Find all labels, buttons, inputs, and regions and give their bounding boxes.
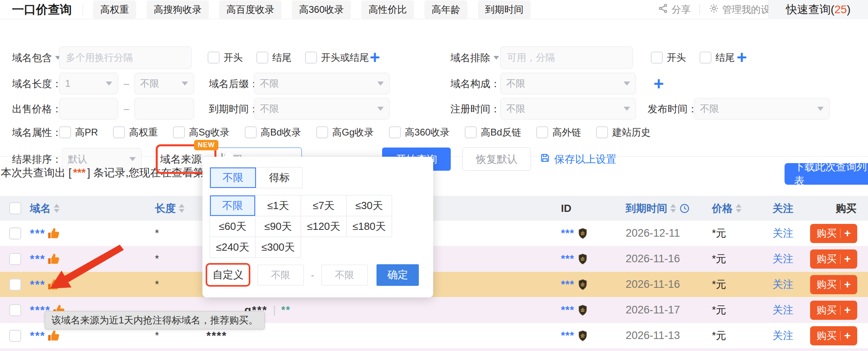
attribute-checkbox[interactable]: [316, 126, 328, 138]
source-time-option[interactable]: ≤7天: [301, 195, 347, 216]
buy-button[interactable]: 购买+: [810, 275, 857, 294]
domain-value[interactable]: ***: [30, 227, 46, 240]
domain-header[interactable]: 域名: [30, 201, 152, 215]
topbar-tab[interactable]: 高性价比: [361, 0, 414, 19]
price-header[interactable]: 价格: [701, 201, 753, 215]
topbar-tab[interactable]: 高年龄: [424, 0, 468, 19]
attribute-checkbox[interactable]: [389, 126, 401, 138]
sort-icon[interactable]: [736, 204, 741, 213]
composition-value: 不限: [506, 77, 525, 90]
length-header[interactable]: 长度: [152, 201, 202, 215]
price-from-input[interactable]: [59, 98, 118, 120]
sort-icon[interactable]: [54, 204, 59, 213]
source-time-option[interactable]: 不限: [210, 195, 256, 216]
source-time-option[interactable]: ≤180天: [347, 216, 392, 237]
include-checkbox[interactable]: [305, 52, 317, 64]
watch-link[interactable]: 关注: [773, 253, 793, 265]
expire-select[interactable]: 不限: [254, 98, 390, 120]
share-icon: [658, 3, 668, 16]
row-checkbox[interactable]: [9, 279, 21, 291]
sort-icon[interactable]: [670, 204, 676, 213]
buy-cell: 购买+: [801, 249, 868, 269]
exclude-add-button[interactable]: +: [737, 49, 747, 66]
buy-button[interactable]: 购买+: [810, 326, 857, 345]
domain-value[interactable]: ***: [30, 253, 46, 265]
buy-button[interactable]: 购买+: [810, 224, 857, 243]
source-time-option[interactable]: ≤90天: [256, 216, 301, 237]
source-type-option[interactable]: 得标: [256, 168, 303, 188]
include-input[interactable]: [59, 46, 192, 69]
save-settings-link[interactable]: 保存以上设置: [540, 148, 616, 171]
topbar-tab[interactable]: 高权重: [93, 0, 136, 19]
length-to-select[interactable]: 不限: [134, 73, 194, 94]
select-all-checkbox[interactable]: [9, 202, 21, 214]
composition-add-button[interactable]: +: [654, 75, 664, 93]
source-time-option[interactable]: ≤1天: [256, 195, 301, 216]
attribute-checkbox[interactable]: [113, 126, 125, 138]
row-checkbox[interactable]: [9, 227, 21, 239]
source-time-option[interactable]: ≤30天: [347, 195, 392, 216]
length-from-value: 1: [65, 78, 70, 89]
source-time-option[interactable]: ≤120天: [301, 216, 347, 237]
row-checkbox[interactable]: [9, 330, 21, 342]
include-label-wrap[interactable]: 域名包含: [12, 46, 61, 69]
exclude-label-wrap[interactable]: 域名排除: [450, 46, 499, 69]
watch-link[interactable]: 关注: [773, 278, 793, 290]
exclude-checkbox[interactable]: [700, 52, 711, 64]
domain-value[interactable]: ***: [30, 278, 46, 291]
composition-select[interactable]: 不限: [500, 73, 636, 94]
register-select[interactable]: 不限: [500, 98, 636, 120]
price-to-input[interactable]: [134, 98, 194, 120]
attribute-checkbox[interactable]: [173, 126, 185, 138]
length-from-select[interactable]: 1: [59, 73, 118, 94]
row-checkbox[interactable]: [9, 253, 21, 265]
svg-text:企: 企: [581, 307, 585, 312]
topbar-tab[interactable]: 高搜狗收录: [147, 0, 209, 19]
exclude-input[interactable]: [500, 46, 633, 69]
include-checkbox[interactable]: [256, 52, 268, 64]
include-add-button[interactable]: +: [370, 49, 380, 66]
source-time-option[interactable]: ≤300天: [256, 237, 301, 258]
expire-header[interactable]: 到期时间: [609, 201, 701, 215]
row-checkbox[interactable]: [9, 304, 21, 316]
topbar-tab[interactable]: 到期时间: [478, 0, 531, 19]
source-type-option[interactable]: 不限: [210, 168, 256, 188]
custom-from-input[interactable]: [258, 265, 304, 285]
buy-add-icon: +: [844, 329, 850, 342]
watch-link[interactable]: 关注: [773, 304, 793, 316]
clock-refresh-icon[interactable]: [679, 203, 690, 214]
attribute-checkbox[interactable]: [59, 126, 71, 138]
watch-link[interactable]: 关注: [773, 227, 793, 239]
buy-button[interactable]: 购买+: [810, 249, 857, 269]
source-time-option[interactable]: ≤60天: [210, 216, 256, 237]
domain-cell: ***: [30, 227, 152, 240]
popup-custom-row: 自定义 - 确定: [206, 263, 419, 287]
domain-cell: ***: [30, 329, 152, 342]
source-time-option[interactable]: ≤240天: [210, 237, 256, 258]
exclude-checkbox[interactable]: [651, 52, 663, 64]
id-value: ***: [561, 227, 574, 239]
confirm-button[interactable]: 确定: [377, 264, 419, 286]
attribute-checkbox[interactable]: [245, 126, 257, 138]
quick-query-button[interactable]: 快速查询(25): [768, 0, 868, 19]
svg-text:企: 企: [581, 333, 585, 337]
include-checkbox[interactable]: [208, 52, 220, 64]
custom-range-label[interactable]: 自定义: [206, 263, 250, 287]
buy-button[interactable]: 购买+: [810, 301, 857, 320]
reset-button[interactable]: 恢复默认: [462, 148, 531, 171]
attribute-checkbox[interactable]: [465, 126, 477, 138]
attribute-checkbox[interactable]: [596, 126, 608, 138]
domain-value[interactable]: ***: [30, 329, 46, 342]
watch-link[interactable]: 关注: [773, 329, 793, 341]
suffix-select[interactable]: 不限: [254, 73, 390, 94]
sort-icon[interactable]: [179, 204, 184, 213]
custom-to-input[interactable]: [321, 265, 368, 285]
attribute-checkbox[interactable]: [536, 126, 548, 138]
publish-value: 不限: [700, 102, 719, 115]
length-label: 域名长度：: [12, 77, 62, 90]
topbar-tab[interactable]: 高360收录: [292, 0, 351, 19]
share-button[interactable]: 分享: [658, 3, 691, 16]
publish-select[interactable]: 不限: [694, 98, 830, 120]
topbar-tab[interactable]: 高百度收录: [219, 0, 281, 19]
download-list-button[interactable]: 下载此次查询列表: [785, 163, 868, 185]
